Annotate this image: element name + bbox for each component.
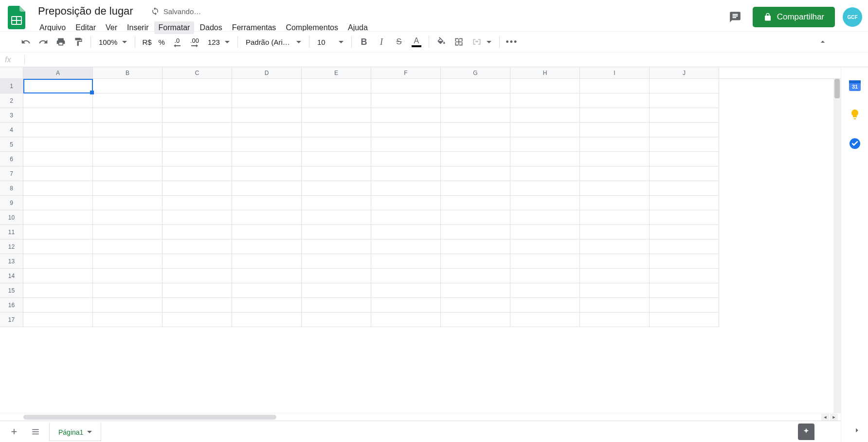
cell[interactable]: [163, 93, 232, 108]
decrease-decimal-button[interactable]: .0: [169, 35, 185, 49]
cell[interactable]: [232, 108, 302, 123]
font-family-dropdown[interactable]: Padrão (Ari…: [242, 38, 305, 46]
currency-format-button[interactable]: R$: [139, 38, 154, 46]
cell[interactable]: [510, 196, 580, 210]
cell[interactable]: [650, 283, 719, 298]
cell[interactable]: [23, 152, 93, 166]
cell[interactable]: [23, 108, 93, 123]
cell[interactable]: [23, 210, 93, 225]
cell[interactable]: [302, 269, 371, 283]
cell[interactable]: [371, 313, 441, 327]
column-header[interactable]: C: [163, 67, 232, 78]
row-header[interactable]: 17: [0, 313, 23, 327]
cell[interactable]: [232, 313, 302, 327]
cell[interactable]: [510, 239, 580, 254]
collapse-toolbar-button[interactable]: [814, 35, 831, 49]
zoom-dropdown[interactable]: 100%: [95, 38, 131, 46]
italic-button[interactable]: I: [373, 35, 390, 49]
cell[interactable]: [441, 225, 510, 239]
cell[interactable]: [510, 298, 580, 313]
cell[interactable]: [302, 137, 371, 152]
cell[interactable]: [650, 225, 719, 239]
cell[interactable]: [163, 123, 232, 137]
cell[interactable]: [510, 283, 580, 298]
cell[interactable]: [580, 313, 650, 327]
keep-addon-icon[interactable]: [849, 108, 861, 121]
row-header[interactable]: 14: [0, 269, 23, 283]
cell[interactable]: [441, 239, 510, 254]
cell[interactable]: [302, 181, 371, 196]
cell[interactable]: [510, 137, 580, 152]
cell[interactable]: [23, 93, 93, 108]
cell[interactable]: [232, 123, 302, 137]
cell[interactable]: [23, 239, 93, 254]
column-header[interactable]: D: [232, 67, 302, 78]
cell[interactable]: [650, 123, 719, 137]
row-header[interactable]: 2: [0, 93, 23, 108]
horizontal-scrollbar[interactable]: ◄ ►: [0, 413, 841, 421]
cell[interactable]: [232, 93, 302, 108]
cell[interactable]: [302, 225, 371, 239]
cell[interactable]: [580, 210, 650, 225]
fill-color-button[interactable]: [433, 35, 450, 49]
cell[interactable]: [232, 269, 302, 283]
cell[interactable]: [580, 166, 650, 181]
cell[interactable]: [93, 166, 163, 181]
tasks-addon-icon[interactable]: [849, 137, 861, 150]
cell[interactable]: [441, 166, 510, 181]
cell[interactable]: [163, 108, 232, 123]
bold-button[interactable]: B: [356, 35, 372, 49]
cell[interactable]: [441, 152, 510, 166]
cell[interactable]: [93, 239, 163, 254]
cell[interactable]: [580, 254, 650, 269]
cell[interactable]: [302, 166, 371, 181]
scroll-left-button[interactable]: ◄: [821, 414, 829, 421]
row-header[interactable]: 9: [0, 196, 23, 210]
cell[interactable]: [302, 313, 371, 327]
select-all-corner[interactable]: [0, 67, 23, 78]
cell[interactable]: [371, 166, 441, 181]
cell[interactable]: [23, 298, 93, 313]
cell[interactable]: [371, 152, 441, 166]
row-header[interactable]: 15: [0, 283, 23, 298]
row-header[interactable]: 6: [0, 152, 23, 166]
column-header[interactable]: F: [371, 67, 441, 78]
cell[interactable]: [163, 152, 232, 166]
cell[interactable]: [93, 196, 163, 210]
cell[interactable]: [302, 123, 371, 137]
cell[interactable]: [163, 239, 232, 254]
cell[interactable]: [510, 93, 580, 108]
cell[interactable]: [441, 79, 510, 93]
cell[interactable]: [23, 313, 93, 327]
explore-button[interactable]: [798, 424, 814, 440]
cell[interactable]: [232, 137, 302, 152]
cell[interactable]: [650, 298, 719, 313]
cell[interactable]: [302, 283, 371, 298]
cell[interactable]: [371, 239, 441, 254]
cell[interactable]: [93, 298, 163, 313]
cell[interactable]: [93, 79, 163, 93]
add-sheet-button[interactable]: +: [7, 424, 21, 439]
cell[interactable]: [441, 269, 510, 283]
cell[interactable]: [580, 181, 650, 196]
cell[interactable]: [580, 269, 650, 283]
cell[interactable]: [580, 225, 650, 239]
print-button[interactable]: [53, 35, 69, 49]
cell[interactable]: [163, 225, 232, 239]
cell[interactable]: [580, 239, 650, 254]
cell[interactable]: [371, 108, 441, 123]
cell[interactable]: [441, 123, 510, 137]
cell[interactable]: [441, 283, 510, 298]
cell[interactable]: [510, 166, 580, 181]
row-header[interactable]: 7: [0, 166, 23, 181]
cell[interactable]: [650, 137, 719, 152]
cell[interactable]: [371, 137, 441, 152]
cell[interactable]: [650, 152, 719, 166]
cell[interactable]: [163, 210, 232, 225]
comments-button[interactable]: [725, 7, 745, 27]
cell[interactable]: [650, 254, 719, 269]
cell[interactable]: [23, 254, 93, 269]
cell[interactable]: [302, 298, 371, 313]
cell[interactable]: [232, 210, 302, 225]
sheets-logo-icon[interactable]: [6, 4, 27, 31]
